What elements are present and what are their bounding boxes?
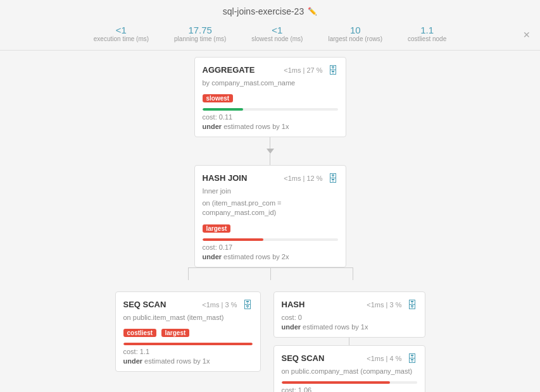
largest-node-label: largest node (rows) (328, 35, 382, 42)
planning-time-label: planning time (ms) (174, 35, 226, 42)
hash-join-progress-bar (203, 238, 263, 241)
hash-title: HASH (282, 300, 305, 309)
branch-area (112, 267, 429, 280)
seq-scan-left-estimate: under estimated rows by 1x (123, 357, 253, 365)
hash-join-subtitle2: on (item_mast.pro_com = company_mast.com… (203, 199, 338, 218)
branch-h-line (188, 267, 353, 268)
right-col: HASH <1ms | 3 % 🗄 cost: 0 under es (273, 291, 425, 392)
hash-join-title: HASH JOIN (203, 173, 248, 183)
hash-join-timing: <1ms | 12 % (284, 175, 322, 182)
largest-badge-2: largest (161, 329, 190, 337)
stat-costliest-node: 1.1 costliest node (408, 25, 446, 42)
seq-scan-right-subtitle: on public.company_mast (company_mast) (282, 367, 417, 376)
branch-left-v (188, 267, 189, 280)
edit-icon[interactable]: ✏️ (308, 7, 317, 16)
largest-node-value: 10 (328, 25, 382, 35)
seq-scan-left-cost: cost: 1.1 (123, 348, 253, 355)
slowest-badge: slowest (203, 94, 234, 102)
aggregate-progress (203, 108, 338, 111)
hash-timing: <1ms | 3 % (367, 301, 401, 309)
slowest-node-value: <1 (251, 25, 303, 35)
stat-largest-node: 10 largest node (rows) (328, 25, 382, 42)
hash-estimate: under estimated rows by 1x (282, 323, 417, 331)
chevron-1 (267, 149, 274, 154)
seq-scan-left-node[interactable]: SEQ SCAN <1ms | 3 % 🗄 on public.item_mas… (115, 291, 261, 372)
seq-scan-right-node[interactable]: SEQ SCAN <1ms | 4 % 🗄 on public.company_… (273, 345, 425, 392)
hash-node[interactable]: HASH <1ms | 3 % 🗄 cost: 0 under es (273, 291, 425, 338)
slowest-node-label: slowest node (ms) (251, 35, 303, 42)
seq-scan-left-subtitle: on public.item_mast (item_mast) (123, 313, 253, 322)
header: sql-joins-exercise-23 ✏️ (0, 0, 540, 20)
costliest-node-value: 1.1 (408, 25, 446, 35)
page-title: sql-joins-exercise-23 (223, 6, 304, 16)
seq-scan-left-title: SEQ SCAN (123, 300, 166, 309)
hash-join-db-icon: 🗄 (328, 173, 338, 185)
aggregate-title: AGGREGATE (203, 65, 255, 75)
seq-scan-left-timing: <1ms | 3 % (202, 301, 237, 309)
aggregate-node[interactable]: AGGREGATE <1ms | 27 % 🗄 by company_mast.… (194, 57, 346, 137)
seq-scan-left-db-icon: 🗄 (242, 300, 253, 311)
stat-slowest-node: <1 slowest node (ms) (251, 25, 303, 42)
stats-bar: <1 execution time (ms) 17.75 planning ti… (0, 20, 540, 51)
seq-scan-right-title: SEQ SCAN (282, 353, 325, 363)
connector-1b (270, 154, 270, 165)
aggregate-timing: <1ms | 27 % (284, 66, 322, 74)
costliest-badge: costliest (123, 329, 157, 337)
branch-right-v (353, 267, 353, 280)
hash-join-cost: cost: 0.17 (203, 243, 338, 251)
branch-top-v (270, 267, 271, 280)
aggregate-progress-bar (203, 108, 243, 111)
aggregate-cost: cost: 0.11 (203, 113, 338, 121)
stat-planning-time: 17.75 planning time (ms) (174, 25, 226, 42)
seq-scan-left-progress (123, 343, 253, 345)
hash-join-estimate: under estimated rows by 2x (203, 253, 338, 260)
close-button[interactable]: ✕ (523, 30, 531, 40)
execution-time-value: <1 (94, 25, 149, 35)
hash-to-seqscan-connector (349, 338, 349, 345)
seq-scan-right-db-icon: 🗄 (407, 353, 417, 365)
aggregate-subtitle: by company_mast.com_name (203, 78, 338, 88)
hash-join-progress (203, 238, 338, 241)
aggregate-db-icon: 🗄 (328, 65, 338, 77)
connector-1 (270, 137, 270, 149)
aggregate-estimate: under under estimated rows by 1xestimate… (203, 123, 338, 130)
stat-execution-time: <1 execution time (ms) (94, 25, 149, 42)
hash-join-subtitle1: Inner join (203, 187, 338, 196)
seq-scan-left-progress-bar (123, 343, 253, 345)
hash-db-icon: 🗄 (407, 300, 417, 311)
largest-badge: largest (203, 224, 231, 233)
main-container: sql-joins-exercise-23 ✏️ <1 execution ti… (0, 0, 540, 392)
seq-scan-right-progress (282, 381, 417, 384)
hash-join-node[interactable]: HASH JOIN <1ms | 12 % 🗄 Inner join on (i… (194, 165, 346, 267)
costliest-node-label: costliest node (408, 35, 446, 42)
seq-scan-right-progress-bar (282, 381, 390, 384)
hash-cost: cost: 0 (282, 314, 417, 321)
plan-tree: AGGREGATE <1ms | 27 % 🗄 by company_mast.… (13, 57, 527, 392)
seq-scan-right-cost: cost: 1.06 (282, 386, 417, 392)
planning-time-value: 17.75 (174, 25, 226, 35)
plan-area: AGGREGATE <1ms | 27 % 🗄 by company_mast.… (0, 57, 540, 392)
bottom-row: SEQ SCAN <1ms | 3 % 🗄 on public.item_mas… (115, 291, 425, 392)
seq-scan-right-timing: <1ms | 4 % (367, 355, 401, 362)
execution-time-label: execution time (ms) (94, 35, 149, 42)
